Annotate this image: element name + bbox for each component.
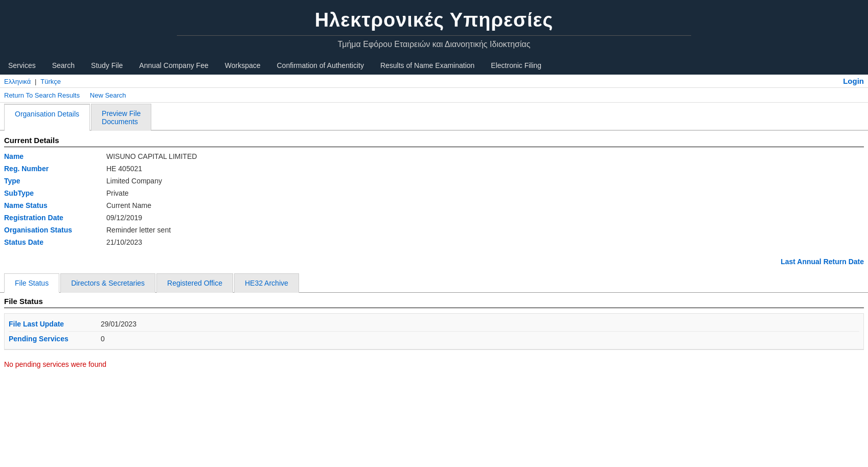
tab-registered-office[interactable]: Registered Office [156, 273, 233, 293]
detail-reg-number-label: Reg. Number [4, 164, 106, 174]
file-status-title: File Status [4, 297, 864, 308]
detail-name-status-value: Current Name [106, 200, 151, 211]
no-pending-wrap: No pending services were found [4, 349, 864, 376]
pending-services-label: Pending Services [9, 335, 101, 343]
detail-name-label: Name [4, 151, 106, 161]
detail-name-status-row: Name Status Current Name [4, 200, 864, 211]
detail-registration-date-row: Registration Date 09/12/2019 [4, 213, 864, 223]
return-to-search-link[interactable]: Return To Search Results [4, 91, 80, 99]
no-pending-message: No pending services were found [4, 355, 864, 373]
login-section: Login [843, 77, 864, 85]
detail-org-status-value: Reminder letter sent [106, 225, 171, 235]
language-el[interactable]: Ελληνικά [4, 78, 31, 85]
file-last-update-value: 29/01/2023 [101, 320, 136, 328]
tab-preview-file-documents[interactable]: Preview File Documents [91, 104, 151, 131]
nav-services[interactable]: Services [0, 56, 44, 75]
main-navbar: Services Search Study File Annual Compan… [0, 56, 868, 75]
tab-organisation-details[interactable]: Organisation Details [4, 104, 90, 131]
current-details-title: Current Details [4, 136, 864, 147]
site-subtitle: Τμήμα Εφόρου Εταιρειών και Διανοητικής Ι… [5, 40, 863, 49]
nav-confirmation[interactable]: Confirmation of Authenticity [269, 56, 372, 75]
bottom-tabs: File Status Directors & Secretaries Regi… [0, 273, 868, 293]
topbar: Ελληνικά | Türkçe Login [0, 75, 868, 88]
detail-reg-number-row: Reg. Number HE 405021 [4, 164, 864, 174]
breadcrumb-nav: Return To Search Results New Search [0, 88, 868, 103]
top-tabs: Organisation Details Preview File Docume… [0, 103, 868, 131]
detail-reg-number-value: HE 405021 [106, 164, 142, 174]
tab-directors-secretaries[interactable]: Directors & Secretaries [60, 273, 155, 293]
new-search-link[interactable]: New Search [90, 91, 126, 99]
pending-services-value: 0 [101, 335, 105, 343]
tab-he32-archive[interactable]: HE32 Archive [234, 273, 299, 293]
nav-search[interactable]: Search [44, 56, 83, 75]
detail-subtype-value: Private [106, 188, 129, 198]
detail-registration-date-value: 09/12/2019 [106, 213, 142, 223]
nav-workspace[interactable]: Workspace [217, 56, 269, 75]
detail-name-row: Name WISUNO CAPITAL LIMITED [4, 151, 864, 161]
detail-status-date-value: 21/10/2023 [106, 237, 142, 247]
detail-status-date-row: Status Date 21/10/2023 [4, 237, 864, 247]
detail-type-value: Limited Company [106, 176, 162, 186]
language-tr[interactable]: Türkçe [40, 78, 61, 85]
detail-name-status-label: Name Status [4, 200, 106, 211]
detail-subtype-row: SubType Private [4, 188, 864, 198]
detail-status-date-label: Status Date [4, 237, 106, 247]
header-divider [177, 35, 692, 36]
detail-org-status-label: Organisation Status [4, 225, 106, 235]
detail-org-status-row: Organisation Status Reminder letter sent [4, 225, 864, 235]
file-last-update-row: File Last Update 29/01/2023 [9, 317, 859, 332]
current-details-section: Current Details Name WISUNO CAPITAL LIMI… [0, 131, 868, 254]
last-annual-return-date: Last Annual Return Date [0, 254, 868, 269]
file-last-update-label: File Last Update [9, 320, 101, 328]
file-status-rows: File Last Update 29/01/2023 Pending Serv… [4, 313, 864, 349]
site-title: Ηλεκτρονικές Υπηρεσίες [5, 9, 863, 31]
nav-electronic-filing[interactable]: Electronic Filing [483, 56, 550, 75]
nav-name-examination[interactable]: Results of Name Examination [372, 56, 483, 75]
login-link[interactable]: Login [843, 77, 864, 85]
language-separator: | [35, 78, 36, 85]
tab-file-status[interactable]: File Status [4, 273, 59, 293]
nav-study-file[interactable]: Study File [83, 56, 131, 75]
file-status-section: File Status File Last Update 29/01/2023 … [0, 293, 868, 380]
site-header: Ηλεκτρονικές Υπηρεσίες Τμήμα Εφόρου Εται… [0, 0, 868, 56]
detail-subtype-label: SubType [4, 188, 106, 198]
detail-type-row: Type Limited Company [4, 176, 864, 186]
detail-registration-date-label: Registration Date [4, 213, 106, 223]
detail-type-label: Type [4, 176, 106, 186]
pending-services-row: Pending Services 0 [9, 332, 859, 346]
detail-name-value: WISUNO CAPITAL LIMITED [106, 151, 197, 161]
nav-annual-fee[interactable]: Annual Company Fee [131, 56, 216, 75]
language-selector: Ελληνικά | Türkçe [4, 77, 61, 85]
